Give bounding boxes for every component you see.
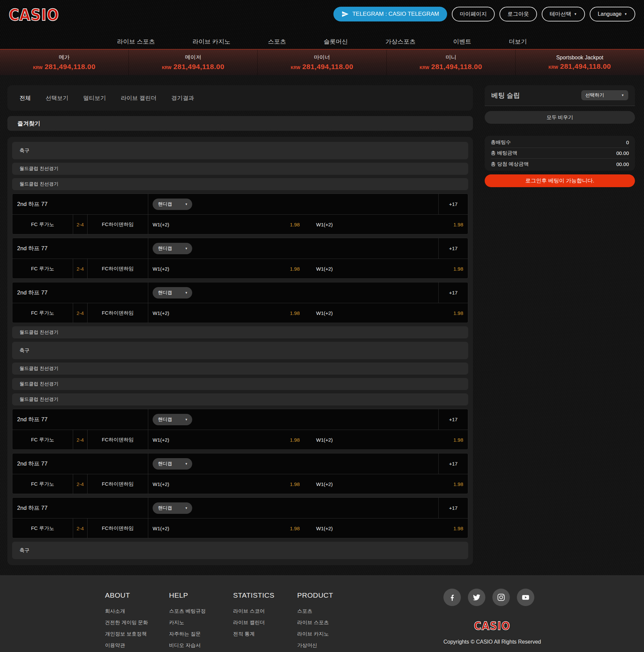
odd-button[interactable]: W1(+2) 1.98 — [148, 474, 312, 494]
footer-brand-area: CASIO Copyrights © CASIO All Rights Rese… — [444, 589, 541, 645]
odd-button[interactable]: W1(+2) 1.98 — [312, 259, 468, 278]
home-team[interactable]: FC 루가노 — [12, 474, 73, 494]
more-markets-count[interactable]: +17 — [438, 498, 468, 518]
away-team[interactable]: FC하이덴하임 — [87, 430, 148, 450]
odd-button[interactable]: W1(+2) 1.98 — [312, 215, 468, 234]
home-team[interactable]: FC 루가노 — [12, 430, 73, 450]
jackpot-item: 미니 KRW281,494,118.00 — [387, 50, 515, 75]
footer-link[interactable]: 스포츠 베팅규정 — [169, 608, 233, 615]
footer-link[interactable]: 라이브 스포츠 — [297, 620, 361, 626]
account-button[interactable]: Language ▼ — [590, 7, 635, 22]
instagram-icon[interactable] — [492, 589, 510, 606]
odd-button[interactable]: W1(+2) 1.98 — [312, 518, 468, 538]
nav-item-가상스포츠[interactable]: 가상스포츠 — [385, 37, 415, 46]
footer-link[interactable]: 개인정보 보호정책 — [105, 631, 169, 637]
brand-logo[interactable]: CASIO — [9, 8, 59, 22]
footer-link[interactable]: 라이브 카지노 — [297, 631, 361, 637]
footer-link[interactable]: 라이브 캘린더 — [233, 620, 297, 626]
footer-link[interactable]: 회사소개 — [105, 608, 169, 615]
sport-header-bar[interactable]: 축구 — [12, 142, 468, 159]
account-button[interactable]: 테마선택 ▼ — [542, 7, 585, 22]
more-markets-count[interactable]: +17 — [438, 409, 468, 430]
view-tab[interactable]: 전체 — [20, 94, 31, 102]
odd-button[interactable]: W1(+2) 1.98 — [148, 430, 312, 450]
footer-link[interactable]: 건전한 게이밍 문화 — [105, 620, 169, 626]
view-tab[interactable]: 경기결과 — [171, 94, 194, 102]
slip-mode-select[interactable]: 선택하기 ▼ — [581, 90, 628, 100]
nav-item-라이브-스포츠[interactable]: 라이브 스포츠 — [117, 37, 155, 46]
nav-item-슬롯머신[interactable]: 슬롯머신 — [324, 37, 348, 46]
footer-link[interactable]: 전적 통계 — [233, 631, 297, 637]
away-team[interactable]: FC하이덴하임 — [87, 518, 148, 538]
odd-button[interactable]: W1(+2) 1.98 — [148, 215, 312, 234]
footer-link[interactable]: 라이브 스코어 — [233, 608, 297, 615]
footer-link-columns: ABOUT 회사소개건전한 게이밍 문화개인정보 보호정책이용약관연락처 HEL… — [105, 587, 644, 652]
account-button[interactable]: 마이페이지 — [452, 7, 495, 22]
home-team[interactable]: FC 루가노 — [12, 259, 73, 278]
market-select[interactable]: 핸디캡 ▼ — [153, 414, 192, 425]
match-period: 2nd 하프 77 — [12, 238, 148, 259]
jackpot-amount: KRW281,494,118.00 — [33, 63, 95, 71]
odd-button[interactable]: W1(+2) 1.98 — [312, 303, 468, 323]
away-team[interactable]: FC하이덴하임 — [87, 303, 148, 323]
league-header-bar[interactable]: 월드클럽 친선경기 — [12, 393, 468, 406]
account-button[interactable]: 로그아웃 — [500, 7, 537, 22]
footer-link[interactable]: 비디오 자습서 — [169, 642, 233, 649]
odd-button[interactable]: W1(+2) 1.98 — [312, 474, 468, 494]
away-team[interactable]: FC하이덴하임 — [87, 474, 148, 494]
account-buttons: 마이페이지 로그아웃 테마선택 ▼ Language ▼ — [452, 7, 635, 22]
view-tab[interactable]: 선택보기 — [46, 94, 69, 102]
away-team[interactable]: FC하이덴하임 — [87, 215, 148, 234]
league-header-bar[interactable]: 월드클럽 친선경기 — [12, 326, 468, 338]
footer-logo[interactable]: CASIO — [444, 621, 541, 631]
market-select[interactable]: 핸디캡 ▼ — [153, 287, 192, 299]
login-required-button[interactable]: 로그인후 베팅이 가능합니다. — [485, 174, 635, 187]
market-row: 핸디캡 ▼ +17 — [148, 409, 468, 430]
more-markets-count[interactable]: +17 — [438, 238, 468, 259]
chevron-down-icon: ▼ — [185, 291, 188, 295]
odd-button[interactable]: W1(+2) 1.98 — [312, 430, 468, 450]
clear-all-button[interactable]: 모두 비우기 — [485, 111, 635, 124]
market-select[interactable]: 핸디캡 ▼ — [153, 502, 192, 514]
match-period: 2nd 하프 77 — [12, 454, 148, 474]
sport-header-bar[interactable]: 축구 — [12, 342, 468, 359]
market-select[interactable]: 핸디캡 ▼ — [153, 243, 192, 254]
nav-item-라이브-카지노[interactable]: 라이브 카지노 — [192, 37, 231, 46]
footer-link[interactable]: 카지노 — [169, 620, 233, 626]
league-header-bar[interactable]: 월드클럽 친선경기 — [12, 163, 468, 175]
league-header-bar[interactable]: 월드클럽 친선경기 — [12, 378, 468, 390]
match-market: 핸디캡 ▼ +17 W1(+2) 1.98 W1(+2) 1.98 — [148, 498, 468, 538]
more-markets-count[interactable]: +17 — [438, 194, 468, 214]
betting-slip-title: 베팅 슬립 — [491, 91, 520, 100]
view-tab[interactable]: 라이브 캘린더 — [121, 94, 157, 102]
footer-link[interactable]: 가상머신 — [297, 642, 361, 649]
footer-link[interactable]: 스포츠 — [297, 608, 361, 615]
footer-link[interactable]: 이용약관 — [105, 642, 169, 649]
more-markets-count[interactable]: +17 — [438, 454, 468, 474]
odd-button[interactable]: W1(+2) 1.98 — [148, 259, 312, 278]
twitter-icon[interactable] — [468, 589, 485, 606]
more-markets-count[interactable]: +17 — [438, 282, 468, 303]
home-team[interactable]: FC 루가노 — [12, 215, 73, 234]
footer-link[interactable]: 자주하는 질문 — [169, 631, 233, 637]
league-header-bar[interactable]: 월드클럽 친선경기 — [12, 178, 468, 190]
telegram-button[interactable]: TELEGRAM : CASIO TELEGRAM — [333, 7, 447, 22]
home-team[interactable]: FC 루가노 — [12, 303, 73, 323]
market-select[interactable]: 핸디캡 ▼ — [153, 458, 192, 469]
footer-column-title: HELP — [169, 591, 233, 599]
sport-header-bar[interactable]: 축구 — [12, 542, 468, 559]
favorites-bar[interactable]: 즐겨찾기 — [7, 116, 473, 131]
match-market: 핸디캡 ▼ +17 W1(+2) 1.98 W1(+2) 1.98 — [148, 454, 468, 494]
market-select[interactable]: 핸디캡 ▼ — [153, 198, 192, 210]
view-tab[interactable]: 멀티보기 — [83, 94, 106, 102]
nav-item-이벤트[interactable]: 이벤트 — [453, 37, 471, 46]
odd-button[interactable]: W1(+2) 1.98 — [148, 518, 312, 538]
league-header-bar[interactable]: 월드클럽 친선경기 — [12, 362, 468, 375]
nav-item-스포츠[interactable]: 스포츠 — [268, 37, 286, 46]
youtube-icon[interactable] — [517, 589, 534, 606]
odd-button[interactable]: W1(+2) 1.98 — [148, 303, 312, 323]
away-team[interactable]: FC하이덴하임 — [87, 259, 148, 278]
nav-item-더보기[interactable]: 더보기 — [509, 37, 527, 46]
facebook-icon[interactable] — [444, 589, 461, 606]
home-team[interactable]: FC 루가노 — [12, 518, 73, 538]
